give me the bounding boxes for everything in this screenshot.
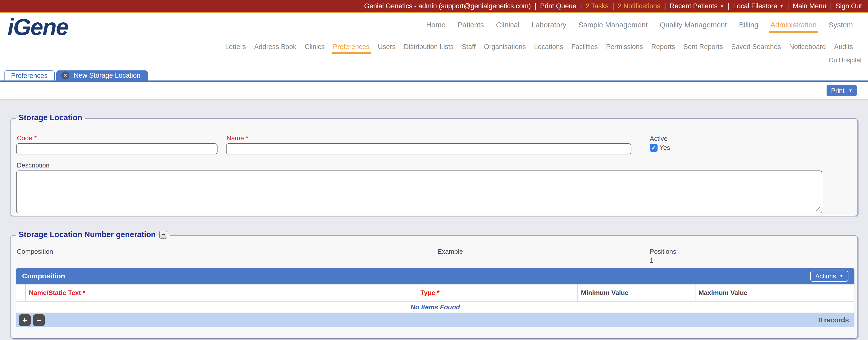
actions-button-label: Actions	[815, 273, 836, 280]
igene-logo: iGene	[7, 14, 68, 40]
ou-hospital-link[interactable]: Hospital	[839, 57, 862, 64]
tab-preferences-label: Preferences	[11, 72, 48, 80]
number-generation-legend-text: Storage Location Number generation	[19, 230, 156, 239]
active-checkbox[interactable]: ✓	[650, 144, 657, 152]
chevron-down-icon: ▼	[839, 274, 843, 278]
composition-panel-header: Composition Actions ▼	[16, 268, 855, 284]
separator: |	[612, 2, 614, 10]
actions-button[interactable]: Actions ▼	[810, 271, 848, 282]
add-row-button[interactable]: +	[19, 314, 31, 326]
positions-summary-label: Positions	[650, 248, 676, 255]
name-label: Name *	[226, 134, 248, 142]
column-spacer	[814, 284, 854, 301]
local-filestore-label: Local Filestore	[733, 2, 777, 10]
chevron-down-icon: ▼	[780, 4, 783, 8]
nav-quality-management[interactable]: Quality Management	[660, 21, 727, 29]
separator: |	[830, 2, 832, 10]
separator: |	[535, 2, 536, 10]
recent-patients-menu[interactable]: Recent Patients ▼	[670, 2, 723, 10]
column-maximum-value: Maximum Value	[695, 284, 814, 301]
separator: |	[787, 2, 789, 10]
composition-panel: Composition Actions ▼ Name/Static Text *…	[16, 268, 855, 327]
logged-in-user: Genial Genetics - admin (support@genialg…	[364, 2, 531, 10]
storage-location-fieldset: Storage Location Code * Name * Active ✓ …	[10, 118, 858, 216]
remove-row-button[interactable]: −	[33, 314, 45, 326]
column-type: Type *	[417, 284, 578, 301]
nav-home[interactable]: Home	[426, 21, 445, 29]
tasks-link[interactable]: 2 Tasks	[586, 2, 609, 10]
sign-out-link[interactable]: Sign Out	[836, 2, 862, 10]
recent-patients-label: Recent Patients	[670, 2, 718, 10]
row-selector-column	[16, 284, 26, 301]
nav-permissions[interactable]: Permissions	[606, 43, 643, 51]
ou-prefix: Ou:	[829, 57, 839, 64]
composition-table-header: Name/Static Text * Type * Minimum Value …	[16, 284, 855, 301]
print-button-label: Print	[831, 87, 844, 94]
close-icon[interactable]: ×	[61, 72, 69, 80]
toolbar: Print ▼	[0, 82, 868, 100]
number-generation-fieldset: Storage Location Number generation − Com…	[10, 235, 858, 339]
nav-patients[interactable]: Patients	[458, 21, 484, 29]
tab-new-storage-location-label: New Storage Location	[74, 72, 141, 80]
number-generation-legend: Storage Location Number generation −	[16, 230, 170, 239]
nav-system[interactable]: System	[829, 21, 853, 29]
print-button[interactable]: Print ▼	[827, 85, 857, 96]
example-summary-label: Example	[437, 248, 463, 255]
tab-new-storage-location[interactable]: × New Storage Location	[56, 70, 148, 81]
nav-noticeboard[interactable]: Noticeboard	[789, 43, 826, 51]
composition-panel-title: Composition	[22, 272, 65, 280]
nav-reports[interactable]: Reports	[651, 43, 675, 51]
separator: |	[664, 2, 666, 10]
nav-saved-searches[interactable]: Saved Searches	[731, 43, 781, 51]
column-minimum-value: Minimum Value	[578, 284, 695, 301]
code-input[interactable]	[16, 143, 217, 154]
active-label: Active	[650, 135, 668, 143]
description-textarea[interactable]	[16, 170, 822, 213]
nav-facilities[interactable]: Facilities	[571, 43, 598, 51]
nav-laboratory[interactable]: Laboratory	[531, 21, 566, 29]
column-name-static-text: Name/Static Text *	[26, 284, 417, 301]
chevron-down-icon: ▼	[720, 4, 724, 8]
name-input[interactable]	[226, 143, 631, 154]
separator: |	[727, 2, 730, 10]
primary-nav: Home Patients Clinical Laboratory Sample…	[426, 21, 853, 29]
nav-letters[interactable]: Letters	[225, 43, 246, 51]
ou-indicator: Ou:Hospital	[829, 57, 862, 64]
nav-preferences[interactable]: Preferences	[333, 43, 370, 51]
nav-administration[interactable]: Administration	[771, 21, 817, 29]
main-menu-link[interactable]: Main Menu	[793, 2, 826, 10]
nav-billing[interactable]: Billing	[739, 21, 758, 29]
code-label: Code *	[17, 134, 37, 142]
nav-staff[interactable]: Staff	[462, 43, 476, 51]
chevron-down-icon: ▼	[848, 88, 852, 93]
nav-address-book[interactable]: Address Book	[254, 43, 297, 51]
nav-clinical[interactable]: Clinical	[496, 21, 519, 29]
tab-preferences[interactable]: Preferences	[4, 70, 55, 81]
nav-audits[interactable]: Audits	[834, 43, 853, 51]
print-queue-link[interactable]: Print Queue	[540, 2, 577, 10]
notifications-link[interactable]: 2 Notifications	[618, 2, 660, 10]
nav-sample-management[interactable]: Sample Management	[579, 21, 648, 29]
nav-users[interactable]: Users	[378, 43, 396, 51]
positions-value: 1	[650, 257, 653, 264]
header: iGene Home Patients Clinical Laboratory …	[0, 13, 868, 70]
records-count: 0 records	[818, 316, 851, 324]
secondary-nav: Letters Address Book Clinics Preferences…	[225, 43, 853, 51]
nav-distribution-lists[interactable]: Distribution Lists	[404, 43, 454, 51]
nav-clinics[interactable]: Clinics	[305, 43, 325, 51]
nav-organisations[interactable]: Organisations	[484, 43, 526, 51]
separator: |	[580, 2, 582, 10]
no-items-text: No Items Found	[411, 303, 460, 311]
tab-strip: Preferences × New Storage Location	[0, 70, 868, 81]
composition-summary-label: Composition	[17, 248, 53, 255]
active-option-label: Yes	[659, 144, 670, 152]
no-items-row: No Items Found	[16, 301, 855, 313]
local-filestore-menu[interactable]: Local Filestore ▼	[733, 2, 783, 10]
main-content: Storage Location Code * Name * Active ✓ …	[0, 118, 868, 339]
active-field: ✓ Yes	[650, 144, 670, 152]
nav-locations[interactable]: Locations	[534, 43, 563, 51]
composition-panel-footer: + − 0 records	[16, 313, 855, 327]
topbar: Genial Genetics - admin (support@genialg…	[0, 0, 868, 12]
collapse-icon[interactable]: −	[159, 231, 167, 239]
nav-sent-reports[interactable]: Sent Reports	[683, 43, 723, 51]
